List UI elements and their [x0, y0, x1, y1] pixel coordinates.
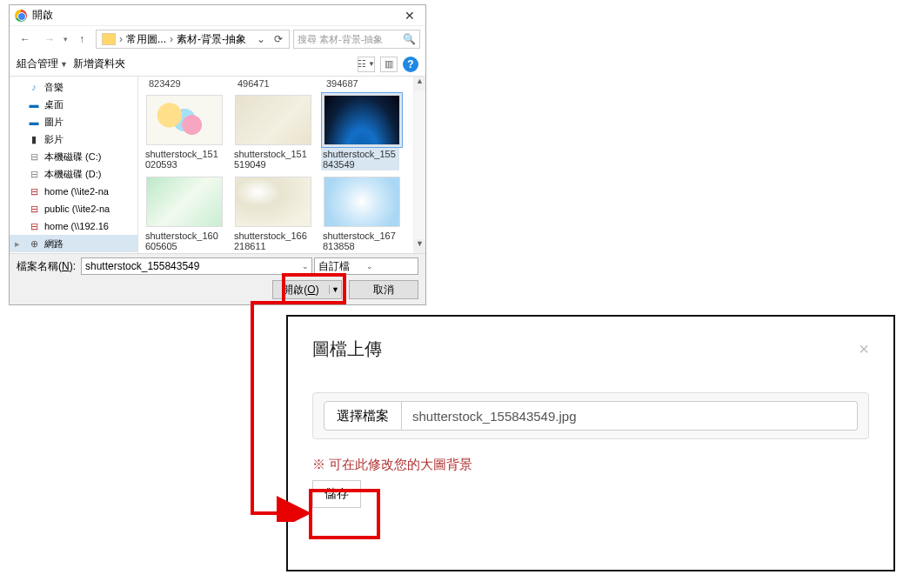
chrome-icon	[15, 10, 27, 22]
dialog-close-button[interactable]: ✕	[398, 7, 422, 24]
tree-item[interactable]: ▬桌面	[10, 96, 137, 113]
file-open-dialog: 開啟 ✕ ← → ▾ ↑ › 常用圖... › 素材-背景-抽象 ⌄ ⟳ 搜尋 …	[9, 4, 426, 305]
file-type-filter[interactable]: 自訂檔⌄	[314, 257, 418, 275]
tree-item-label: 音樂	[44, 81, 64, 94]
search-placeholder: 搜尋 素材-背景-抽象	[298, 33, 403, 46]
tree-item[interactable]: ⊟本機磁碟 (D:)	[10, 165, 137, 183]
tree-item[interactable]: ⊟public (\\ite2-na	[10, 200, 137, 217]
file-name-label: shutterstock_151020593	[144, 148, 222, 170]
nav-dropdown-icon[interactable]: ▾	[64, 35, 68, 43]
tree-item-label: 影片	[44, 133, 64, 146]
save-button[interactable]: 儲存	[312, 480, 361, 508]
tree-item-label: home (\\192.16	[44, 221, 109, 231]
tree-item-icon: ⊟	[27, 204, 41, 215]
tree-item-icon: ⊟	[27, 186, 41, 197]
tree-item[interactable]: ▬圖片	[10, 113, 137, 130]
view-options-button[interactable]: ☷▼	[358, 57, 375, 72]
file-name-label: shutterstock_166218611	[232, 230, 311, 252]
tree-item-label: 圖片	[44, 116, 64, 129]
file-thumbnail	[235, 95, 311, 145]
tree-item[interactable]: ♪音樂	[10, 78, 137, 96]
upload-note: ※ 可在此修改您的大圖背景	[312, 457, 869, 473]
dialog-body: ♪音樂▬桌面▬圖片▮影片⊟本機磁碟 (C:)⊟本機磁碟 (D:)⊟home (\…	[10, 77, 425, 253]
tree-item[interactable]: ⊟本機磁碟 (C:)	[10, 148, 137, 165]
new-folder-button[interactable]: 新增資料夾	[73, 57, 125, 71]
partial-filename: 394687	[326, 78, 408, 89]
selected-filename: shutterstock_155843549.jpg	[402, 401, 858, 431]
open-button-dropdown[interactable]: ▼	[329, 285, 341, 294]
cancel-button[interactable]: 取消	[349, 280, 418, 299]
filename-input[interactable]	[81, 257, 312, 275]
tree-item-icon: ⊟	[27, 169, 41, 180]
upload-file-row: 選擇檔案 shutterstock_155843549.jpg	[312, 392, 869, 439]
nav-forward-button[interactable]: →	[39, 29, 60, 50]
tree-item[interactable]: ⊟home (\\192.16	[10, 217, 137, 235]
file-item[interactable]: shutterstock_151020593	[144, 92, 225, 170]
tree-item-icon: ⊟	[27, 151, 41, 163]
file-item[interactable]: shutterstock_160605605	[144, 174, 225, 252]
dialog-titlebar: 開啟 ✕	[10, 5, 425, 26]
preview-pane-button[interactable]: ▥	[380, 57, 398, 72]
tree-item[interactable]: ▮影片	[10, 130, 137, 148]
scroll-track[interactable]	[414, 90, 425, 239]
file-name-label: shutterstock_167813858	[321, 230, 399, 252]
tree-item[interactable]: ▸⊕網路	[10, 235, 137, 252]
search-icon: 🔍	[403, 33, 416, 45]
dialog-nav: ← → ▾ ↑ › 常用圖... › 素材-背景-抽象 ⌄ ⟳ 搜尋 素材-背景…	[10, 26, 425, 52]
tree-item-icon: ▬	[27, 117, 41, 127]
dialog-title: 開啟	[32, 8, 398, 23]
tree-item-label: home (\\ite2-na	[44, 186, 109, 197]
tree-item-label: 網路	[44, 237, 64, 251]
chevron-down-icon: ▼	[60, 60, 68, 69]
search-input[interactable]: 搜尋 素材-背景-抽象 🔍	[293, 30, 420, 49]
refresh-icon[interactable]: ⟳	[270, 33, 287, 45]
tree-item[interactable]: ⊟home (\\ite2-na	[10, 183, 137, 200]
folder-icon	[102, 33, 116, 45]
partial-filename: 496471	[237, 78, 319, 89]
scrollbar[interactable]: ▲ ▼	[413, 77, 425, 253]
nav-up-button[interactable]: ↑	[71, 29, 92, 50]
tree-item-icon: ⊟	[27, 221, 41, 232]
choose-file-button[interactable]: 選擇檔案	[324, 401, 402, 431]
file-name-label: shutterstock_160605605	[144, 230, 222, 252]
file-item[interactable]: shutterstock_151519049	[232, 92, 314, 170]
tree-item-label: 本機磁碟 (D:)	[44, 168, 101, 181]
file-thumbnail	[146, 177, 223, 227]
file-name-label: shutterstock_155843549	[321, 148, 399, 170]
organize-menu[interactable]: 組合管理▼	[17, 57, 68, 71]
breadcrumb-part[interactable]: 常用圖...	[123, 32, 170, 47]
dialog-footer: 檔案名稱(N): ⌄ 自訂檔⌄ 開啟(O) ▼ 取消	[10, 253, 425, 304]
folder-tree: ♪音樂▬桌面▬圖片▮影片⊟本機磁碟 (C:)⊟本機磁碟 (D:)⊟home (\…	[10, 77, 138, 253]
tree-item-icon: ⊕	[27, 238, 41, 250]
tree-item-icon: ♪	[27, 82, 41, 92]
dialog-toolbar: 組合管理▼ 新增資料夾 ☷▼ ▥ ?	[10, 52, 425, 77]
partial-filename-row: 823429496471394687	[144, 78, 408, 89]
file-thumbnail	[324, 95, 400, 145]
open-button[interactable]: 開啟(O) ▼	[272, 280, 342, 299]
tree-item-label: 本機磁碟 (C:)	[44, 150, 101, 164]
file-list[interactable]: 823429496471394687 shutterstock_15102059…	[138, 77, 413, 253]
nav-back-button[interactable]: ←	[15, 29, 36, 50]
tree-arrow-icon: ▸	[15, 238, 23, 250]
help-button[interactable]: ?	[403, 57, 418, 72]
scroll-up-button[interactable]: ▲	[414, 77, 425, 90]
breadcrumb[interactable]: › 常用圖... › 素材-背景-抽象 ⌄ ⟳	[96, 30, 290, 49]
file-thumbnail	[235, 177, 311, 227]
tree-item-label: public (\\ite2-na	[44, 204, 110, 214]
scroll-down-button[interactable]: ▼	[414, 239, 425, 253]
file-item[interactable]: shutterstock_167813858	[321, 174, 403, 252]
modal-close-button[interactable]: ×	[859, 339, 869, 359]
breadcrumb-dropdown-icon[interactable]: ⌄	[252, 33, 270, 45]
tree-item-icon: ▮	[27, 134, 41, 145]
partial-filename: 823429	[149, 78, 231, 89]
filename-label: 檔案名稱(N):	[17, 259, 76, 274]
file-thumbnail	[146, 95, 223, 145]
modal-title: 圖檔上傳	[312, 337, 859, 361]
file-thumbnail	[324, 177, 400, 227]
tree-item-label: 桌面	[44, 98, 64, 111]
tree-item-icon: ▬	[27, 99, 41, 110]
breadcrumb-part[interactable]: 素材-背景-抽象	[173, 32, 250, 47]
upload-modal: 圖檔上傳 × 選擇檔案 shutterstock_155843549.jpg ※…	[286, 315, 895, 571]
file-item[interactable]: shutterstock_166218611	[232, 174, 314, 252]
file-item[interactable]: shutterstock_155843549	[321, 92, 403, 170]
